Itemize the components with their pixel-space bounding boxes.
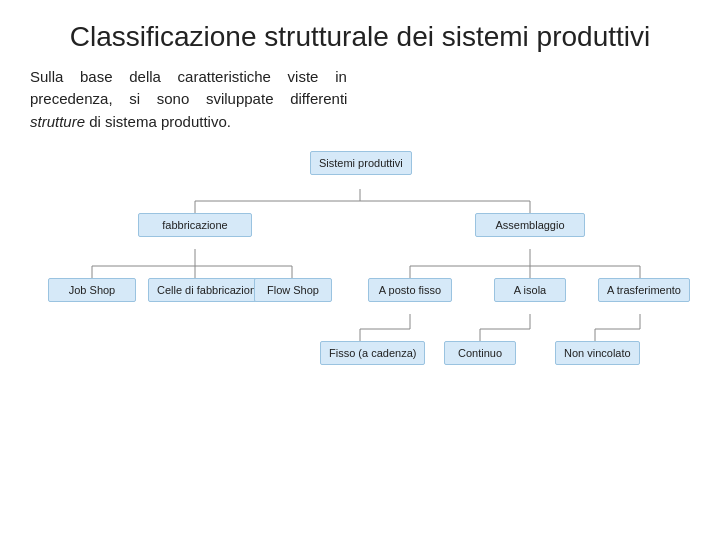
page: Classificazione strutturale dei sistemi …: [0, 0, 720, 540]
node-non-vincolato: Non vincolato: [555, 341, 640, 365]
page-title: Classificazione strutturale dei sistemi …: [70, 20, 650, 54]
node-a-posto-fisso: A posto fisso: [368, 278, 452, 302]
subtitle-text: Sulla base della caratteristiche viste i…: [30, 66, 690, 134]
subtitle-line2: precedenza, si sono sviluppate different…: [30, 90, 347, 107]
subtitle-line1: Sulla base della caratteristiche viste i…: [30, 68, 347, 85]
node-continuo: Continuo: [444, 341, 516, 365]
node-a-isola: A isola: [494, 278, 566, 302]
node-a-trasferimento: A trasferimento: [598, 278, 690, 302]
subtitle-line3: strutture di sistema produttivo.: [30, 113, 231, 130]
node-fisso-cadenza: Fisso (a cadenza): [320, 341, 425, 365]
node-assemblaggio: Assemblaggio: [475, 213, 585, 237]
tree-diagram: Sistemi produttivi fabbricazione Assembl…: [20, 151, 700, 421]
node-flow-shop: Flow Shop: [254, 278, 332, 302]
node-job-shop: Job Shop: [48, 278, 136, 302]
subtitle-italic: strutture: [30, 113, 85, 130]
node-fabbricazione: fabbricazione: [138, 213, 252, 237]
node-celle-fabbricazione: Celle di fabbricazione: [148, 278, 271, 302]
node-root: Sistemi produttivi: [310, 151, 412, 175]
